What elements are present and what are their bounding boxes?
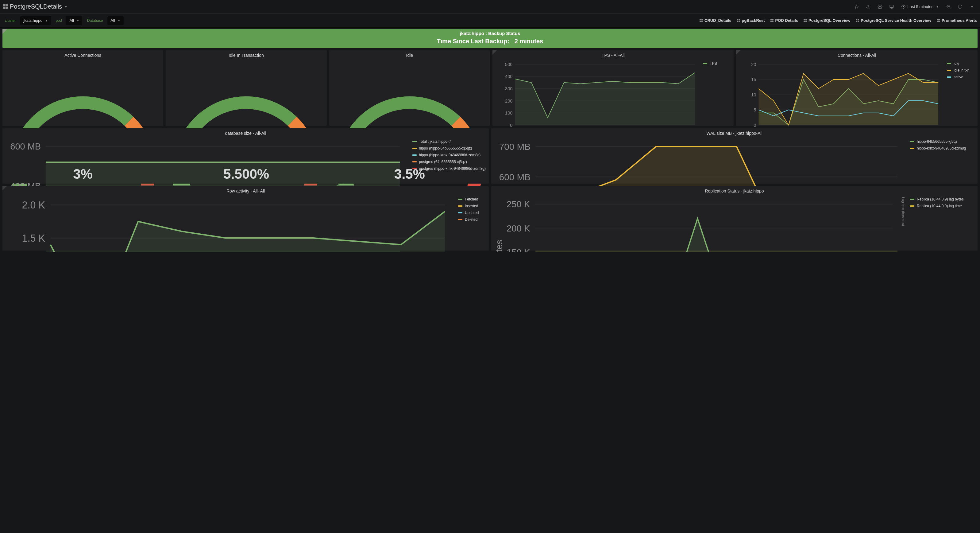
legend-swatch — [947, 70, 951, 71]
legend-item[interactable]: Updated — [458, 211, 486, 215]
grid-icon — [856, 19, 859, 22]
legend-item[interactable]: Replica (10.44.0.9) lag time — [910, 204, 974, 208]
legend-item[interactable]: Deleted — [458, 217, 486, 222]
svg-text:10: 10 — [751, 93, 756, 97]
legend-item[interactable]: Idle in txn — [947, 68, 974, 72]
time-range-label: Last 5 minutes — [908, 4, 934, 9]
legend-swatch — [947, 63, 951, 64]
svg-text:0: 0 — [754, 123, 756, 128]
svg-text:600 MB: 600 MB — [10, 142, 41, 152]
legend-item[interactable]: postgres (64b5665555-xj5qz) — [412, 160, 486, 164]
panel-link-icon[interactable] — [2, 186, 7, 190]
svg-text:250 K: 250 K — [507, 199, 530, 209]
legend-swatch — [458, 212, 462, 213]
legend-swatch — [412, 161, 417, 163]
svg-text:500: 500 — [505, 62, 513, 67]
grid-icon — [770, 19, 773, 22]
legend-item[interactable]: active — [947, 75, 974, 79]
dashboard-link[interactable]: CRUD_Details — [700, 18, 731, 23]
svg-text:150 K: 150 K — [507, 247, 530, 252]
legend-item[interactable]: hippo-krhx-94846986d-zdm8g — [910, 146, 974, 150]
svg-text:0: 0 — [510, 123, 512, 128]
var-cluster-select[interactable]: jkatz:hippo▼ — [20, 16, 51, 25]
panel-link-icon[interactable] — [492, 50, 497, 55]
legend-item[interactable]: TPS — [703, 61, 730, 66]
monitor-icon[interactable] — [886, 2, 897, 11]
legend-swatch — [910, 148, 914, 149]
dashboard-link[interactable]: POD Details — [770, 18, 798, 23]
legend-item[interactable]: Total : jkatz:hippo-.* — [412, 139, 486, 144]
legend-swatch — [412, 141, 417, 142]
gear-icon[interactable] — [875, 2, 885, 11]
var-database-label: Database — [85, 18, 105, 23]
legend-item[interactable]: idle — [947, 61, 974, 66]
legend-swatch — [947, 77, 951, 78]
refresh-icon[interactable] — [955, 2, 965, 11]
grid-icon — [737, 19, 740, 22]
dashboard-title: PostgreSQLDetails — [10, 3, 62, 10]
svg-text:15: 15 — [751, 77, 756, 82]
panel-title: TPS - All-All — [492, 50, 734, 59]
dashboard-title-group[interactable]: PostgreSQLDetails ▼ — [3, 3, 67, 10]
dashboard-links: CRUD_DetailspgBackRestPOD DetailsPostgre… — [700, 18, 977, 23]
legend-swatch — [910, 141, 914, 142]
share-icon[interactable] — [863, 2, 873, 11]
svg-text:100: 100 — [505, 110, 513, 115]
panel-connections: Connections - All-All 0510152016:4616:48… — [736, 50, 978, 126]
legend-item[interactable]: Fetched — [458, 197, 486, 201]
panel-active-connections: Active Connections 3% — [2, 50, 163, 126]
backup-status-panel: jkatz:hippo : Backup Status Time Since L… — [2, 29, 978, 48]
var-pod-select[interactable]: All▼ — [66, 16, 83, 25]
panel-link-icon[interactable] — [736, 50, 740, 55]
panel-title: Active Connections — [2, 50, 163, 59]
line-chart: 0510152016:4616:4816:50 — [737, 60, 943, 135]
zoom-out-icon[interactable] — [943, 2, 954, 11]
svg-text:700 MB: 700 MB — [499, 142, 530, 152]
panel-tps: TPS - All-All 010020030040050016:4616:48… — [492, 50, 734, 126]
panel-idle-in-transaction: Idle In Transaction 5.500% — [166, 50, 326, 126]
legend-swatch — [458, 199, 462, 200]
line-chart: 050 K100 K150 K200 K250 K16:4616:4716:48… — [492, 196, 901, 252]
panel-title: Idle In Transaction — [166, 50, 326, 59]
chevron-down-icon: ▼ — [64, 5, 67, 8]
legend-item[interactable]: Inserted — [458, 204, 486, 208]
dashboard-link[interactable]: PostgreSQL Service Health Overview — [856, 18, 931, 23]
legend-item[interactable]: Replica (10.44.0.9) lag bytes — [910, 197, 974, 201]
panel-idle: Idle 3.5% — [329, 50, 490, 126]
panel-title: Idle — [329, 50, 490, 59]
svg-point-0 — [879, 6, 881, 7]
svg-text:20: 20 — [751, 62, 756, 67]
legend-item[interactable]: hippo-64b5665555-xj5qz — [910, 139, 974, 144]
gauge-value: 3.5% — [394, 166, 425, 182]
dashboard-link[interactable]: pgBackRest — [737, 18, 765, 23]
panel-wal-size: WAL size MB - jkatz:hippo-All 300 MB400 … — [491, 128, 978, 184]
svg-text:5: 5 — [754, 107, 756, 112]
grid-icon — [700, 19, 703, 22]
svg-text:2.0 K: 2.0 K — [22, 199, 45, 211]
legend-swatch — [458, 206, 462, 207]
dashboard-link[interactable]: Prometheus Alerts — [937, 18, 977, 23]
panel-title: database size - All-All — [2, 128, 489, 137]
backup-status-value: Time Since Last Backup: 2 minutes — [2, 37, 978, 48]
star-icon[interactable] — [851, 2, 862, 11]
legend-item[interactable]: hippo (hippo-krhx-94846986d-zdm8g) — [412, 153, 486, 157]
gauge-value: 3% — [73, 166, 93, 182]
time-range-picker[interactable]: Last 5 minutes ▼ — [898, 2, 942, 11]
refresh-interval-dropdown[interactable]: ▼ — [967, 2, 977, 11]
panel-row-activity: Row activity - All- All 05001.0 K1.5 K2.… — [2, 186, 489, 251]
var-cluster-label: cluster — [3, 18, 18, 23]
svg-text:300: 300 — [505, 86, 513, 91]
legend-swatch — [458, 219, 462, 220]
var-database-select[interactable]: All▼ — [107, 16, 124, 25]
panel-title: Connections - All-All — [736, 50, 978, 59]
dashboard-icon — [3, 4, 8, 9]
svg-text:1.5 K: 1.5 K — [22, 233, 45, 244]
svg-text:200: 200 — [505, 98, 513, 103]
line-chart: 05001.0 K1.5 K2.0 K16:46:0016:46:3016:47… — [4, 196, 454, 252]
panel-title: WAL size MB - jkatz:hippo-All — [491, 128, 978, 137]
legend-item[interactable]: hippo (hippo-64b5665555-xj5qz) — [412, 146, 486, 150]
dashboard-link[interactable]: PostgreSQL Overview — [803, 18, 850, 23]
panel-replication-status: Replication Status - jkatz:hippo 050 K10… — [491, 186, 978, 251]
panel-title: jkatz:hippo : Backup Status — [2, 29, 978, 37]
panel-link-icon[interactable] — [2, 29, 7, 34]
